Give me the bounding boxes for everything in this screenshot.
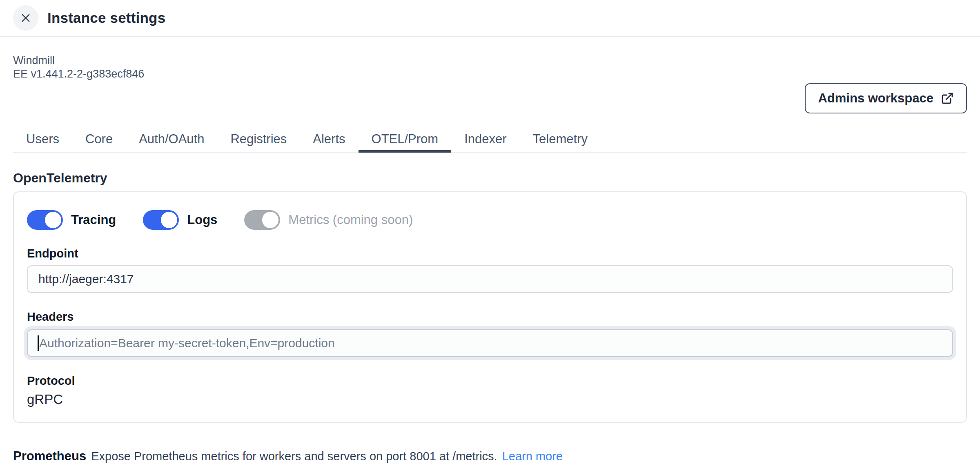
tab-bar: Users Core Auth/OAuth Registries Alerts … <box>13 128 967 153</box>
protocol-label: Protocol <box>27 374 953 388</box>
toggle-knob <box>262 212 278 228</box>
tab-indexer[interactable]: Indexer <box>451 128 519 153</box>
otel-toggle-row: Tracing Logs Metrics (coming soon) <box>27 210 953 230</box>
tracing-toggle-group: Tracing <box>27 210 116 230</box>
text-caret <box>38 335 39 351</box>
endpoint-label: Endpoint <box>27 247 953 260</box>
app-version-block: Windmill EE v1.441.2-2-g383ecf846 <box>13 54 967 81</box>
tracing-toggle[interactable] <box>27 210 63 230</box>
metrics-toggle-group: Metrics (coming soon) <box>244 210 413 230</box>
logs-toggle[interactable] <box>143 210 179 230</box>
tab-alerts[interactable]: Alerts <box>300 128 358 153</box>
tab-otel-prom[interactable]: OTEL/Prom <box>359 128 452 153</box>
otel-heading: OpenTelemetry <box>13 171 967 186</box>
tab-telemetry[interactable]: Telemetry <box>520 128 601 153</box>
app-version: EE v1.441.2-2-g383ecf846 <box>13 67 967 81</box>
endpoint-input[interactable] <box>27 265 953 293</box>
metrics-toggle <box>244 210 280 230</box>
toggle-knob <box>45 212 61 228</box>
headers-input[interactable]: Authorization=Bearer my-secret-token,Env… <box>27 329 953 357</box>
tab-core[interactable]: Core <box>72 128 126 153</box>
otel-card: Tracing Logs Metrics (coming soon) Endpo… <box>13 191 967 423</box>
logs-toggle-group: Logs <box>143 210 217 230</box>
page-title: Instance settings <box>47 10 165 26</box>
toggle-knob <box>161 212 177 228</box>
protocol-value: gRPC <box>27 392 953 407</box>
logs-label: Logs <box>187 213 217 227</box>
app-name: Windmill <box>13 54 967 67</box>
tab-registries[interactable]: Registries <box>217 128 300 153</box>
external-link-icon <box>941 92 954 105</box>
learn-more-link[interactable]: Learn more <box>502 450 563 463</box>
prometheus-section: Prometheus Expose Prometheus metrics for… <box>13 449 967 464</box>
tab-users[interactable]: Users <box>13 128 72 153</box>
prometheus-description: Expose Prometheus metrics for workers an… <box>91 450 497 463</box>
headers-label: Headers <box>27 310 953 324</box>
headers-placeholder: Authorization=Bearer my-secret-token,Env… <box>39 336 335 350</box>
content: Windmill EE v1.441.2-2-g383ecf846 Admins… <box>0 54 980 466</box>
prometheus-heading: Prometheus <box>13 449 86 464</box>
metrics-label: Metrics (coming soon) <box>288 213 413 227</box>
admins-workspace-button[interactable]: Admins workspace <box>805 83 967 113</box>
admins-workspace-label: Admins workspace <box>818 91 933 106</box>
tracing-label: Tracing <box>71 213 116 227</box>
header: Instance settings <box>0 0 980 37</box>
close-icon <box>20 12 31 24</box>
tab-auth-oauth[interactable]: Auth/OAuth <box>126 128 217 153</box>
close-button[interactable] <box>13 5 38 31</box>
